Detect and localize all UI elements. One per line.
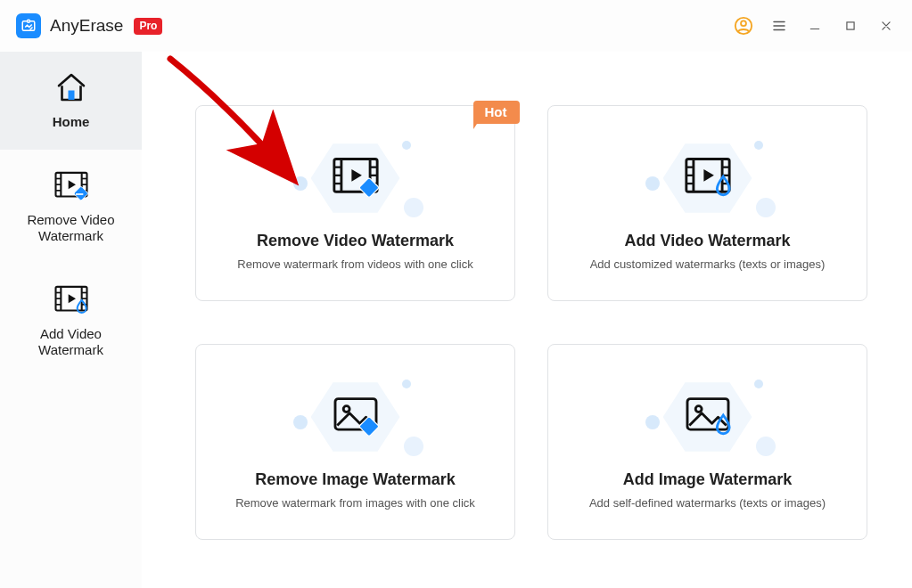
card-title: Add Video Watermark	[624, 232, 790, 250]
card-add-image-watermark[interactable]: Add Image Watermark Add self-defined wat…	[547, 344, 867, 540]
svg-point-1	[28, 20, 30, 22]
svg-rect-51	[687, 399, 728, 430]
card-desc: Add self-defined watermarks (texts or im…	[589, 496, 826, 510]
sidebar-item-add-video-watermark[interactable]: Add Video Watermark	[0, 264, 142, 378]
card-desc: Add customized watermarks (texts or imag…	[590, 257, 826, 271]
card-title: Remove Video Watermark	[257, 232, 454, 250]
card-illustration	[275, 374, 436, 460]
titlebar: AnyErase Pro	[0, 0, 912, 52]
card-title: Add Image Watermark	[623, 470, 792, 489]
sidebar-item-label: Remove Video Watermark	[7, 212, 135, 244]
menu-button[interactable]	[766, 12, 793, 39]
svg-point-48	[343, 406, 349, 412]
card-desc: Remove watermark from videos with one cl…	[237, 257, 472, 271]
sidebar: Home Remove Video W	[0, 52, 142, 588]
maximize-button[interactable]	[837, 12, 864, 39]
app-logo-icon	[16, 13, 41, 38]
minimize-button[interactable]	[801, 12, 828, 39]
card-remove-video-watermark[interactable]: Hot	[195, 105, 515, 301]
account-button[interactable]	[730, 12, 757, 39]
video-erase-icon	[331, 156, 381, 200]
close-button[interactable]	[873, 12, 900, 39]
svg-text:Hot: Hot	[485, 104, 507, 119]
sidebar-item-label: Home	[53, 114, 90, 130]
video-droplet-icon	[53, 282, 89, 317]
image-erase-icon	[331, 395, 381, 439]
sidebar-item-home[interactable]: Home	[0, 52, 142, 150]
svg-point-3	[741, 20, 746, 26]
video-droplet-icon	[683, 156, 733, 200]
svg-rect-4	[847, 22, 854, 29]
image-droplet-icon	[683, 395, 733, 439]
pro-badge: Pro	[134, 18, 162, 35]
sidebar-item-label: Add Video Watermark	[7, 326, 135, 358]
app-title: AnyErase	[50, 16, 123, 36]
svg-rect-5	[68, 91, 74, 101]
card-desc: Remove watermark from images with one cl…	[235, 496, 475, 510]
home-icon	[53, 69, 90, 105]
card-add-video-watermark[interactable]: Add Video Watermark Add customized water…	[547, 105, 867, 301]
card-remove-image-watermark[interactable]: Remove Image Watermark Remove watermark …	[195, 344, 515, 540]
card-title: Remove Image Watermark	[255, 470, 455, 489]
card-illustration	[628, 374, 788, 460]
svg-point-52	[695, 406, 702, 412]
hot-badge: Hot	[472, 101, 520, 129]
main-content: Hot	[142, 52, 912, 588]
app-body: Home Remove Video W	[0, 52, 912, 588]
video-erase-icon	[53, 167, 89, 203]
card-illustration	[628, 135, 788, 221]
sidebar-item-remove-video-watermark[interactable]: Remove Video Watermark	[0, 150, 142, 264]
card-illustration	[275, 135, 436, 221]
